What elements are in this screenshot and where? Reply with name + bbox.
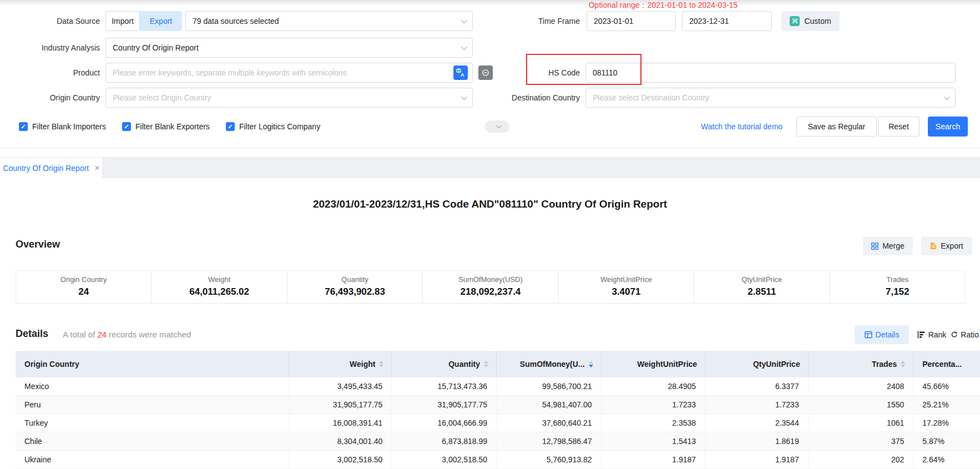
cell-origin-country: Chile — [16, 432, 289, 450]
translate-icon[interactable]: A — [453, 65, 468, 80]
cell: 16,008,391.41 — [289, 414, 392, 432]
checkbox-label: Filter Blank Importers — [32, 122, 106, 131]
tab-bar: Country Of Origin Report × — [0, 157, 980, 178]
custom-range-button[interactable]: ⌘ Custom — [781, 11, 840, 31]
origin-country-select[interactable]: Please select Origin Country — [105, 88, 473, 108]
cell: 54,981,407.00 — [497, 396, 602, 413]
cell: 202 — [809, 451, 914, 468]
stat-value: 218,092,237.4 — [423, 286, 558, 297]
end-date-input[interactable] — [689, 17, 790, 26]
checkbox-checked-icon[interactable]: ✓ — [122, 122, 131, 131]
cell: 17.28% — [913, 414, 980, 432]
start-date-field[interactable] — [587, 11, 676, 31]
start-date-input[interactable] — [594, 17, 694, 26]
view-details-button[interactable]: Details — [855, 325, 909, 344]
cell: 25.21% — [913, 396, 980, 413]
expand-filters-button[interactable] — [485, 120, 509, 133]
product-field[interactable] — [105, 63, 473, 83]
cell: 6,873,818.99 — [392, 432, 497, 450]
cell: 31,905,177.75 — [392, 396, 497, 413]
view-details-label: Details — [876, 330, 900, 339]
industry-analysis-select[interactable]: Country Of Origin Report — [105, 38, 473, 58]
cell: 37,680,640.21 — [497, 414, 602, 432]
tab-country-of-origin-report[interactable]: Country Of Origin Report × — [0, 158, 103, 178]
filter-checkbox[interactable]: ✓Filter Blank Exporters — [122, 122, 210, 131]
import-toggle-button[interactable]: Import — [105, 11, 140, 31]
stat-label: WeightUnitPrice — [559, 275, 694, 284]
close-icon[interactable]: × — [94, 163, 99, 173]
cell: 1.5413 — [602, 432, 706, 450]
save-as-regular-button[interactable]: Save as Regular — [796, 117, 877, 137]
overview-stats: Origin Country24Weight64,011,265.02Quant… — [16, 270, 966, 304]
merge-label: Merge — [882, 241, 905, 250]
table-row: Turkey16,008,391.4116,004,666.9937,680,6… — [16, 414, 980, 432]
export-button[interactable]: Export — [921, 236, 972, 255]
chevron-down-icon — [461, 17, 467, 23]
tutorial-demo-link[interactable]: Watch the tutorial demo — [701, 117, 782, 137]
cell: 8,304,001.40 — [289, 432, 392, 450]
product-keywords-input[interactable] — [113, 68, 446, 77]
stat-value: 76,493,902.83 — [287, 286, 422, 297]
cell: 3,002,518.50 — [289, 451, 392, 468]
table-row: Chile8,304,001.406,873,818.9912,798,586.… — [16, 432, 980, 451]
table-row: Mexico3,495,433.4515,713,473.3699,586,70… — [16, 377, 980, 396]
stat-value: 64,011,265.02 — [151, 286, 286, 297]
cell: 15,713,473.36 — [392, 377, 497, 395]
reset-button[interactable]: Reset — [878, 117, 920, 137]
stat-label: Trades — [830, 275, 965, 284]
filter-panel: Data Source Import Export 79 data source… — [0, 0, 980, 148]
search-button[interactable]: Search — [928, 117, 968, 137]
stat-card: Trades7,152 — [830, 271, 965, 303]
view-rank-button[interactable]: Rank — [915, 325, 949, 344]
cell: 2.3538 — [602, 414, 706, 432]
checkbox-checked-icon[interactable]: ✓ — [226, 122, 235, 131]
data-sources-select[interactable]: 79 data sources selected — [185, 11, 473, 31]
merge-button[interactable]: Merge — [863, 236, 913, 255]
cell-origin-country: Mexico — [16, 377, 289, 395]
checkbox-label: Filter Blank Exporters — [135, 122, 210, 131]
sort-icon[interactable] — [901, 361, 905, 367]
stat-card: WeightUnitPrice3.4071 — [559, 271, 694, 303]
column-header-weightunitprice: WeightUnitPrice — [602, 351, 706, 377]
filter-checkbox[interactable]: ✓Filter Logitics Company — [226, 122, 320, 131]
cell: 12,798,586.47 — [497, 432, 602, 450]
checkbox-checked-icon[interactable]: ✓ — [19, 122, 28, 131]
export-toggle-button[interactable]: Export — [140, 11, 182, 31]
stat-value: 24 — [16, 286, 151, 297]
tab-label: Country Of Origin Report — [3, 164, 89, 173]
stat-label: Quantity — [287, 275, 422, 284]
table-header-row: Origin CountryWeightQuantitySumOfMoney(U… — [16, 351, 980, 377]
cell: 1.7233 — [602, 396, 706, 413]
hs-code-label: HS Code — [477, 63, 580, 83]
cell-origin-country: Peru — [16, 396, 289, 413]
stat-card: Quantity76,493,902.83 — [287, 271, 423, 303]
column-header-sumofmoney-u[interactable]: SumOfMoney(U... — [497, 351, 602, 377]
svg-text:A: A — [461, 72, 464, 78]
stat-card: Origin Country24 — [16, 271, 151, 303]
view-ratio-label: Ratio — [961, 330, 979, 339]
table-row: Ukraine3,002,518.503,002,518.505,760,913… — [16, 451, 980, 469]
details-table: Origin CountryWeightQuantitySumOfMoney(U… — [16, 351, 980, 469]
filter-checkbox[interactable]: ✓Filter Blank Importers — [19, 122, 106, 131]
column-header-origin-country: Origin Country — [16, 351, 289, 377]
cell: 31,905,177.75 — [289, 396, 392, 413]
destination-country-select[interactable]: Please select Destination Country — [585, 88, 956, 108]
chevron-down-icon — [461, 94, 467, 100]
end-date-field[interactable] — [682, 11, 772, 31]
cell: 5.87% — [913, 432, 980, 450]
sort-icon[interactable] — [484, 361, 488, 367]
column-header-quantity[interactable]: Quantity — [392, 351, 497, 377]
hs-code-field[interactable] — [585, 63, 956, 83]
export-label: Export — [941, 241, 963, 250]
sort-icon[interactable] — [379, 361, 383, 367]
stat-card: Weight64,011,265.02 — [151, 271, 287, 303]
trade-data-page: Data Source Import Export 79 data source… — [0, 0, 980, 469]
column-header-weight[interactable]: Weight — [289, 351, 392, 377]
cell: 6.3377 — [705, 377, 809, 395]
sort-icon[interactable] — [589, 361, 593, 367]
view-rank-label: Rank — [928, 330, 947, 339]
view-ratio-button[interactable]: Ratio — [951, 325, 979, 344]
cell: 16,004,666.99 — [392, 414, 497, 432]
column-header-trades[interactable]: Trades — [809, 351, 914, 377]
hs-code-input[interactable] — [593, 68, 948, 77]
